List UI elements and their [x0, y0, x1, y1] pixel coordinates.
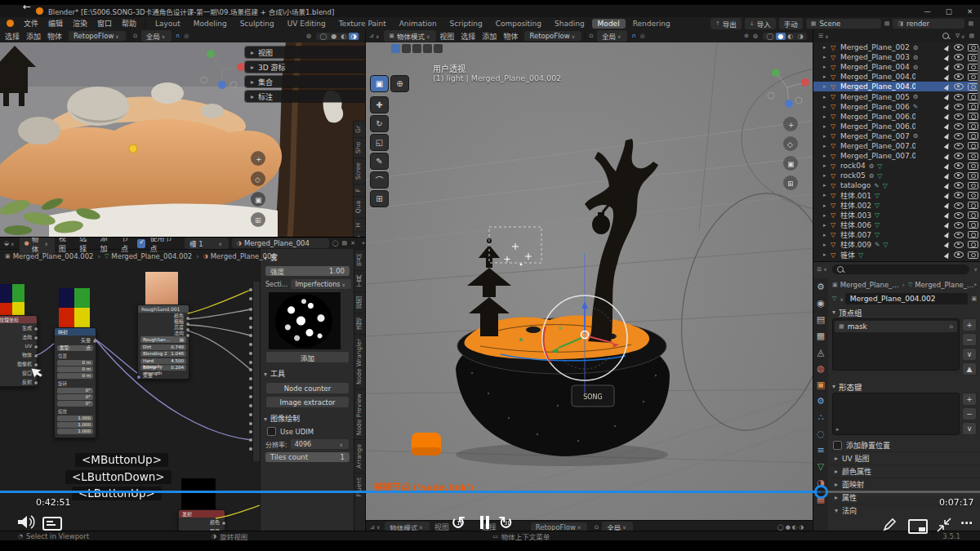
outliner-row[interactable]: ▸ ▽ 柱体.003 ▽: [813, 211, 980, 220]
material-shading-icon[interactable]: ◐: [786, 33, 795, 40]
select-tool-button[interactable]: ▣: [370, 75, 389, 92]
transform-orientation-menu[interactable]: 全局∨: [597, 30, 627, 42]
object-name[interactable]: Merged_Plane_007.002: [840, 152, 915, 160]
selectable-toggle-icon[interactable]: [944, 113, 951, 120]
eye-visibility-icon[interactable]: [954, 251, 964, 258]
value-field[interactable]: 1.000: [57, 415, 93, 421]
node-slider[interactable]: Blending 21.046: [140, 351, 186, 357]
render-visibility-icon[interactable]: [968, 113, 978, 120]
player-back-icon[interactable]: ←: [23, 1, 31, 12]
expand-icon[interactable]: ▸: [823, 242, 831, 248]
outliner-options-icon[interactable]: ▤: [969, 33, 974, 39]
workspace-tab[interactable]: Model: [592, 19, 626, 29]
eye-visibility-icon[interactable]: [954, 123, 964, 130]
selectable-toggle-icon[interactable]: [944, 241, 951, 248]
render-visibility-icon[interactable]: [968, 202, 978, 209]
value-field[interactable]: 0°: [57, 394, 93, 400]
expand-icon[interactable]: ▸: [823, 123, 831, 130]
sidebar-tab[interactable]: Scree: [354, 158, 365, 184]
workspace-tab[interactable]: UV Editing: [282, 19, 332, 29]
workspace-tab[interactable]: Compositing: [490, 19, 547, 29]
object-name[interactable]: Merged_Plane_004.001: [840, 73, 915, 81]
navigation-gizmo[interactable]: [768, 69, 809, 108]
outliner-row[interactable]: ▸ ▽ 柱体.007 ▽: [813, 230, 980, 240]
topbar-menu-item[interactable]: 渲染: [68, 18, 92, 29]
eye-visibility-icon[interactable]: [954, 172, 964, 179]
properties-search-input[interactable]: [832, 264, 969, 274]
gizmo-icon[interactable]: ⊕: [744, 33, 749, 39]
selectable-toggle-icon[interactable]: [944, 54, 951, 61]
sidebar-tab[interactable]: Arrange: [354, 439, 365, 473]
topbar-menu-item[interactable]: 编辑: [43, 18, 68, 29]
selectable-toggle-icon[interactable]: [944, 132, 951, 140]
selectable-toggle-icon[interactable]: [944, 182, 951, 189]
tiles-count-field[interactable]: Tiles count1: [265, 452, 350, 462]
move-tool-button[interactable]: ✚: [370, 96, 389, 113]
object-name[interactable]: Merged_Plane_006.001: [840, 113, 915, 121]
node-socket-row[interactable]: 矢量: [138, 372, 189, 379]
selectable-toggle-icon[interactable]: [944, 251, 951, 259]
workspace-tab[interactable]: Modeling: [188, 19, 233, 29]
expand-icon[interactable]: ▸: [823, 192, 831, 198]
solid-shading-icon[interactable]: ●: [776, 33, 786, 40]
properties-editor[interactable]: ☰∨ ∨ ⚙◉▤▦◬◍▣⚙∴◌≡▽◑▦ ▣Merged_Plane_... › …: [813, 261, 980, 531]
object-name[interactable]: Merged_Plane_006: [840, 103, 910, 111]
viewport-menu-item[interactable]: 添加: [23, 31, 44, 42]
expand-icon[interactable]: ▸: [823, 162, 831, 169]
expand-icon[interactable]: ▸: [823, 44, 831, 51]
expand-icon[interactable]: ▸: [823, 113, 831, 120]
render-visibility-icon[interactable]: [968, 182, 978, 189]
node-socket-row[interactable]: 法向: [138, 330, 189, 335]
box-select-icon[interactable]: [402, 44, 411, 53]
rendered-shading-icon[interactable]: ◑: [349, 33, 359, 40]
tweak-select-icon[interactable]: [391, 44, 400, 53]
resolution-dropdown[interactable]: 4096∨: [290, 438, 350, 450]
viewport-menu-item[interactable]: 物体: [44, 31, 65, 42]
snap-magnet-icon[interactable]: ∩: [631, 33, 635, 39]
render-tab-icon[interactable]: ◉: [817, 295, 825, 311]
outliner-row[interactable]: ▸ ▽ Merged_Plane_007.001: [813, 141, 980, 151]
expand-icon[interactable]: ▸: [823, 172, 831, 179]
fake-user-icon[interactable]: ◯: [332, 240, 339, 247]
viewport-menu-item[interactable]: 添加: [479, 31, 500, 42]
cursor-tool-button[interactable]: ⊕: [390, 75, 409, 92]
viewport-menu-item[interactable]: 视图: [436, 31, 457, 42]
render-visibility-icon[interactable]: [968, 172, 978, 180]
imperfection-preview[interactable]: [269, 292, 341, 349]
node-socket-row[interactable]: 高度: [138, 324, 189, 330]
properties-panel-row[interactable]: ▸UV 贴图: [828, 451, 980, 464]
render-visibility-icon[interactable]: [968, 221, 978, 229]
properties-panel-row[interactable]: ▾法向: [828, 504, 980, 517]
eye-visibility-icon[interactable]: [954, 202, 964, 209]
workspace-tab[interactable]: Animation: [394, 19, 443, 29]
render-visibility-icon[interactable]: [968, 103, 978, 110]
wireframe-sphere[interactable]: [667, 184, 813, 440]
object-name[interactable]: 柱体.001: [840, 190, 871, 201]
modifier-tab-icon[interactable]: ⚙: [817, 393, 825, 409]
expand-icon[interactable]: ▸: [823, 232, 831, 238]
mode-selector[interactable]: ▣物体模式∨: [384, 30, 436, 42]
paint-select-icon[interactable]: [434, 44, 443, 53]
selectable-toggle-icon[interactable]: [944, 202, 951, 209]
selectable-toggle-icon[interactable]: [944, 231, 951, 238]
selectable-toggle-icon[interactable]: [944, 64, 951, 71]
render-visibility-icon[interactable]: [968, 211, 978, 219]
sidebar-tab[interactable]: 工具: [354, 270, 365, 291]
lasso-select-icon[interactable]: [423, 44, 432, 53]
shield-icon[interactable]: ▣: [971, 295, 977, 302]
new-scene-icon[interactable]: ▤: [884, 20, 890, 27]
node-canvas[interactable]: 纹理坐标 生成法向UV物体摄像机窗口反射 映射 矢量 类型:点 位置 0 m 0…: [0, 249, 260, 533]
node-socket-row[interactable]: 法向: [0, 332, 37, 341]
expand-icon[interactable]: ▸: [823, 133, 831, 140]
manual-button[interactable]: 手动: [779, 18, 803, 29]
maximize-button[interactable]: □: [938, 7, 960, 16]
viewport-menu-item[interactable]: 物体: [500, 31, 521, 42]
object-name[interactable]: Merged_Plane_004.002: [840, 82, 915, 91]
object-data-tab-icon[interactable]: ▽: [817, 458, 824, 474]
transform-pivot-icon[interactable]: ⊙: [133, 33, 138, 39]
solid-shading-icon[interactable]: ●: [329, 33, 339, 40]
rest-position-row[interactable]: 添加静置位置: [828, 439, 980, 451]
outliner-row[interactable]: ▸ ▽ 柱体.001 ▽: [813, 190, 980, 200]
roughsand-group-node[interactable]: RoughSand.001 颜色粗糙高度法向 RoughSan...▤ Dirt…: [137, 304, 189, 380]
retopoflow-menu[interactable]: RetopoFlow∨: [69, 31, 126, 41]
